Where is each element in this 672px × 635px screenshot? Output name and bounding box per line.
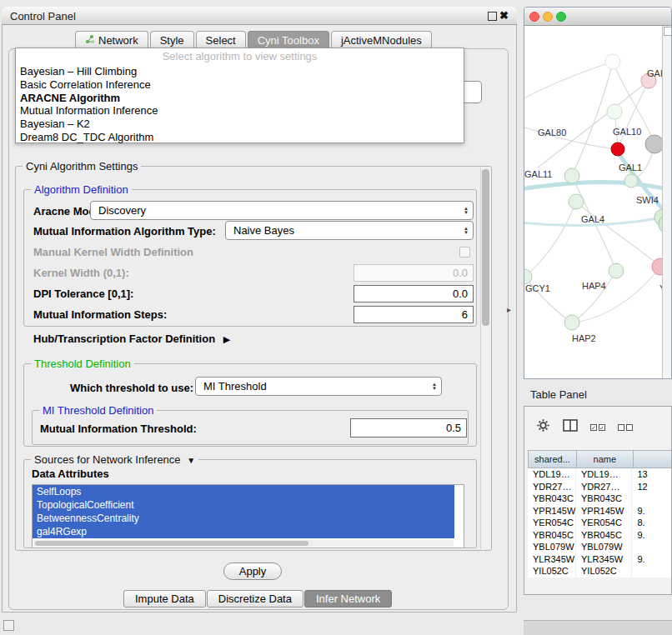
tab-network[interactable]: Network [75, 31, 148, 49]
minimized-panel-icon[interactable] [3, 620, 14, 631]
dpi-tolerance-label: DPI Tolerance [0,1]: [33, 288, 133, 300]
menu-item[interactable]: Mutual Information Inference [16, 104, 464, 118]
group-title: Algorithm Definition [31, 183, 132, 196]
column-header[interactable]: shared... [528, 450, 577, 468]
combo-value: Discovery [98, 204, 146, 217]
gear-icon[interactable] [536, 418, 550, 436]
node-label: GAL11 [524, 169, 552, 179]
network-node-gray[interactable] [645, 135, 663, 153]
zoom-traffic-light[interactable] [556, 12, 566, 22]
data-attributes-label: Data Attributes [32, 468, 109, 480]
network-vertical-scrollbar[interactable] [662, 26, 671, 379]
column-header[interactable] [633, 450, 672, 468]
chevron-updown-icon: ▲▼ [432, 382, 437, 391]
kernel-width-label: Kernel Width (0,1): [33, 267, 129, 279]
network-node-green[interactable] [624, 174, 638, 188]
network-canvas[interactable]: GAL GAL80 GAL10 GAL11 GAL1 SWI4 GAL4 GCY… [524, 26, 663, 379]
menu-item[interactable]: Bayesian – K2 [16, 118, 464, 131]
node-label: GCY1 [525, 283, 550, 293]
network-node-green[interactable] [609, 263, 624, 278]
control-panel-tabs: Network Style Select Cyni Toolbox jActiv… [75, 31, 434, 48]
algorithm-combo-fragment[interactable] [464, 81, 482, 103]
node-table: shared... name YDL19…YDL19…13 YDR27…YDR2… [528, 450, 672, 578]
dpi-tolerance-input[interactable] [354, 285, 474, 302]
tab-select[interactable]: Select [196, 31, 246, 49]
column-header[interactable]: name [576, 450, 634, 468]
list-item[interactable]: BetweennessCentrality [33, 512, 454, 525]
close-icon[interactable]: ✖ [499, 9, 509, 22]
menu-item-selected[interactable]: ARACNE Algorithm [16, 92, 464, 105]
hub-definition-toggle[interactable]: Hub/Transcription Factor Definition ▶ [33, 332, 230, 345]
manual-kernel-checkbox[interactable] [459, 247, 470, 258]
mi-steps-input[interactable] [354, 306, 474, 323]
table-header: shared... name [528, 450, 672, 468]
network-node-labels: GAL GAL80 GAL10 GAL11 GAL1 SWI4 GAL4 GCY… [524, 68, 663, 343]
settings-scrollbar-thumb[interactable] [482, 169, 489, 326]
bottom-tabs: Impute Data Discretize Data Infer Networ… [123, 590, 393, 608]
which-threshold-combo[interactable]: MI Threshold ▲▼ [195, 377, 442, 396]
kernel-width-input[interactable] [354, 264, 474, 282]
attributes-hscrollbar-thumb[interactable] [35, 541, 308, 546]
group-title: Threshold Definition [31, 358, 134, 370]
collapsed-arrow-icon: ▶ [223, 334, 230, 344]
network-node[interactable] [605, 54, 620, 69]
network-node-green[interactable] [569, 194, 584, 209]
close-traffic-light[interactable] [529, 12, 539, 22]
node-label: HAP4 [582, 281, 606, 291]
tab-label: Network [98, 34, 138, 47]
tab-cyni-toolbox[interactable]: Cyni Toolbox [248, 31, 329, 49]
tab-discretize-data[interactable]: Discretize Data [207, 590, 303, 608]
dropdown-placeholder: Select algorithm to view settings [16, 48, 464, 65]
network-window-titlebar[interactable] [524, 8, 671, 26]
mi-threshold-label: Mutual Information Threshold: [40, 422, 197, 435]
list-item[interactable]: SelfLoops [33, 485, 454, 498]
table-row[interactable]: YDR27…YDR27…12 [528, 481, 672, 493]
select-all-checked-icon[interactable]: ✓✓ [590, 424, 605, 431]
apply-button[interactable]: Apply [223, 562, 282, 580]
mi-threshold-input[interactable] [350, 418, 467, 438]
node-label: GAL10 [613, 127, 641, 137]
table-row[interactable]: YBR043CYBR043C [528, 492, 672, 505]
mi-algorithm-type-combo[interactable]: Naive Bayes ▲▼ [225, 221, 474, 240]
table-row[interactable]: YLR345WYLR345W9. [528, 553, 672, 566]
control-panel-titlebar[interactable] [2, 7, 517, 25]
tab-infer-network[interactable]: Infer Network [304, 590, 392, 608]
table-row[interactable]: YIL052CYIL052C [528, 565, 672, 578]
menu-item[interactable]: Bayesian – Hill Climbing [16, 65, 464, 78]
node-label: GAL80 [538, 128, 566, 138]
float-window-icon[interactable] [488, 12, 497, 21]
sources-toggle[interactable]: Sources for Network Inference ▼ [31, 453, 198, 467]
node-label: GAL1 [619, 162, 642, 172]
table-row[interactable]: YER054CYER054C8. [528, 517, 672, 529]
combo-value: MI Threshold [203, 380, 267, 392]
aracne-mode-combo[interactable]: Discovery ▲▼ [90, 201, 474, 220]
which-threshold-label: Which threshold to use: [70, 382, 193, 394]
scrollbar-button[interactable] [664, 27, 672, 36]
menu-item[interactable]: Dream8 DC_TDC Algorithm [16, 131, 464, 144]
node-label: HAP2 [572, 333, 596, 343]
attributes-hscrollbar[interactable] [33, 540, 454, 547]
network-node-green[interactable] [564, 168, 579, 183]
menu-item[interactable]: Basic Correlation Inference [16, 78, 464, 92]
minimize-traffic-light[interactable] [543, 12, 553, 22]
tab-impute-data[interactable]: Impute Data [123, 590, 206, 608]
manual-kernel-label: Manual Kernel Width Definition [33, 246, 193, 258]
algorithm-dropdown-menu: Select algorithm to view settings Bayesi… [15, 48, 464, 143]
list-item[interactable]: gal4RGexp [33, 525, 454, 538]
table-row[interactable]: YBR045CYBR045C9. [528, 529, 672, 542]
table-row[interactable]: YPR145WYPR145W9. [528, 505, 672, 518]
table-row[interactable]: YDL19…YDL19…13 [528, 468, 672, 481]
network-node-green[interactable] [564, 315, 579, 330]
network-graph: GAL GAL80 GAL10 GAL11 GAL1 SWI4 GAL4 GCY… [524, 26, 663, 379]
panel-splitter-handle[interactable]: ▸ [507, 305, 511, 314]
list-item[interactable]: TopologicalCoefficient [33, 498, 454, 512]
network-node-red[interactable] [611, 142, 624, 156]
network-node[interactable] [607, 104, 622, 119]
table-row[interactable]: YBL079WYBL079W [528, 541, 672, 553]
group-title: MI Threshold Definition [39, 404, 157, 417]
chevron-updown-icon: ▲▼ [464, 227, 469, 235]
tab-jactivemnodules[interactable]: jActiveMNodules [331, 31, 432, 49]
select-none-icon[interactable] [618, 424, 633, 431]
columns-icon[interactable] [563, 419, 578, 435]
tab-style[interactable]: Style [150, 31, 194, 49]
